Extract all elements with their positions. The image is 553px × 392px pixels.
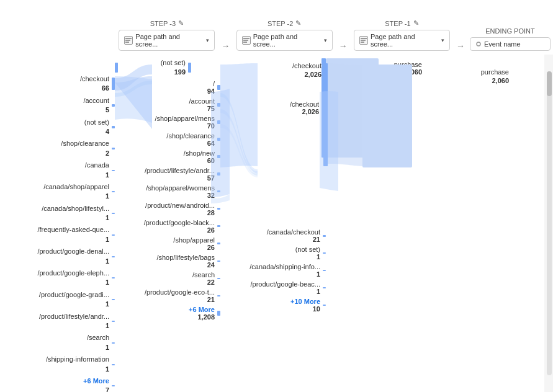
col-step2: (not set) 199 / 94 /account 75	[115, 55, 220, 392]
more-link-1[interactable]: +10 More	[290, 298, 320, 305]
more-link-3[interactable]: +6 More	[83, 376, 109, 386]
svg-rect-1	[125, 40, 130, 41]
node-3-canada-lifestyle: /canada/shop/lifestyl... 1	[0, 203, 115, 225]
node-2-eco: /product/google-eco-t... 21	[115, 287, 220, 305]
scrollbar-thumb[interactable]	[547, 71, 552, 96]
node-3-canada: /canada 1	[0, 159, 115, 181]
node-1-checkout: /checkout 2,026	[220, 57, 326, 159]
step-3-block: STEP -3 ✎ Page path and scree... ▾	[115, 19, 219, 51]
pencil-icon-3[interactable]: ✎	[178, 19, 184, 27]
step-2-dd-text: Page path and scree...	[253, 33, 321, 48]
node-2-new: /shop/new 60	[115, 148, 220, 166]
ending-dd-icon	[475, 40, 482, 48]
scrollbar-track	[547, 71, 552, 375]
node-3-notset: (not set) 4	[0, 117, 115, 138]
node-3-gradi: /product/google-gradi... 1	[0, 289, 115, 311]
step-3-label: STEP -3 ✎	[150, 19, 184, 27]
node-3-checkout: /checkout 66	[0, 73, 115, 95]
step-2-dropdown[interactable]: Page path and scree... ▾	[236, 30, 333, 51]
step-1-block: STEP -1 ✎ Page path and scree... ▾	[350, 19, 454, 51]
step-2-dd-icon	[242, 36, 251, 45]
node-3-checkout-path: /checkout	[80, 74, 109, 84]
svg-rect-2	[125, 42, 129, 43]
node-3-account-path: /account	[83, 96, 109, 105]
col-step1: /checkout 2,026 /canada/checkout 21 (n	[220, 55, 326, 392]
node-3-canada-apparel: /canada/shop/apparel 1	[0, 181, 115, 203]
step-2-dd-arrow: ▾	[324, 37, 327, 43]
bar-2-notset-left	[115, 63, 118, 73]
svg-rect-8	[361, 42, 364, 43]
node-1-notset: (not set) 1	[220, 244, 326, 262]
node-3-clearance: /shop/clearance 2	[0, 138, 115, 159]
col-step3: /checkout 66 /account 5 (not set) 4	[0, 55, 115, 392]
step-1-dd-icon	[359, 36, 368, 45]
bar-2-notset-right	[188, 63, 191, 73]
svg-point-9	[477, 42, 480, 46]
node-3-denal: /product/google-denal... 1	[0, 246, 115, 267]
svg-rect-7	[361, 40, 366, 41]
step-3-dropdown[interactable]: Page path and scree... ▾	[119, 30, 215, 51]
node-1-google-beac: /product/google-beac... 1	[220, 279, 326, 296]
node-3-checkout-count: 66	[80, 84, 109, 93]
node-2-apparel-mens: /shop/apparel/mens 70	[115, 114, 220, 131]
ending-block: ENDING POINT Event name	[467, 27, 553, 51]
arrow-3: →	[454, 30, 467, 51]
col-ending: purchase 2,060	[326, 55, 428, 392]
ending-label: ENDING POINT	[485, 27, 534, 35]
node-2-more[interactable]: +6 More 1,208	[115, 305, 220, 322]
page-container: STEP -3 ✎ Page path and scree... ▾ → STE…	[0, 0, 553, 392]
node-3-notset-path: (not set)	[84, 118, 109, 127]
step-1-dd-text: Page path and scree...	[371, 33, 439, 48]
svg-rect-4	[243, 40, 248, 41]
step-3-dd-text: Page path and scree...	[135, 33, 204, 48]
svg-rect-3	[243, 38, 250, 39]
pencil-icon-2[interactable]: ✎	[295, 19, 301, 27]
arrow-2: →	[336, 30, 350, 51]
ending-dd-text: Event name	[484, 40, 521, 48]
node-3-faq: /frequently-asked-que... 1	[0, 224, 115, 246]
node-end-purchase: purchase 2,060	[326, 57, 428, 159]
node-2-bags: /shop/lifestyle/bags 24	[115, 252, 220, 270]
node-2-new-android: /product/new/android... 28	[115, 200, 220, 218]
pencil-icon-1[interactable]: ✎	[413, 19, 419, 27]
node-2-apparel: /shop/apparel 26	[115, 235, 220, 252]
scrollbar[interactable]	[544, 55, 553, 392]
arrow-1: →	[219, 30, 233, 51]
node-2-womens: /shop/apparel/womens 32	[115, 183, 220, 200]
svg-rect-5	[243, 42, 247, 43]
step-1-dropdown[interactable]: Page path and scree... ▾	[354, 30, 450, 51]
svg-rect-0	[125, 38, 132, 39]
node-1-more[interactable]: +10 More 10	[220, 296, 326, 314]
step-1-label: STEP -1 ✎	[385, 19, 418, 27]
svg-rect-6	[361, 38, 367, 39]
node-2-account: /account 75	[115, 96, 220, 114]
node-2-clearance: /shop/clearance 64	[115, 131, 220, 148]
step-2-block: STEP -2 ✎ Page path and scree... ▾	[232, 19, 336, 51]
flow-svg-2-1	[211, 73, 230, 392]
node-3-search: /search 1	[0, 332, 115, 354]
flow-svg-1-end	[320, 73, 338, 392]
step-2-label: STEP -2 ✎	[268, 19, 301, 27]
steps-header: STEP -3 ✎ Page path and scree... ▾ → STE…	[0, 0, 553, 55]
node-3-notset-count: 4	[84, 127, 109, 136]
node-3-eleph: /product/google-eleph... 1	[0, 267, 115, 289]
node-2-notset: (not set) 199	[115, 57, 220, 79]
node-3-more[interactable]: +6 More 7	[0, 375, 115, 392]
step-3-dd-arrow: ▾	[206, 37, 209, 43]
step-3-dd-icon	[124, 36, 133, 45]
node-2-slash: / 94	[115, 79, 220, 96]
node-1-canada-checkout: /canada/checkout 21	[220, 227, 326, 244]
ending-dropdown[interactable]: Event name	[470, 37, 551, 51]
spacer-1	[220, 159, 326, 227]
node-3-account-count: 5	[83, 105, 109, 115]
node-3-lifestyle-andr: /product/lifestyle/andr... 1	[0, 311, 115, 332]
node-3-account: /account 5	[0, 95, 115, 117]
node-2-black: /product/google-black... 26	[115, 218, 220, 235]
node-2-search: /search 22	[115, 270, 220, 287]
node-2-lifestyle-andr: /product/lifestyle/andr... 57	[115, 166, 220, 183]
step-1-dd-arrow: ▾	[441, 37, 444, 43]
node-1-canada-shipping: /canada/shipping-info... 1	[220, 262, 326, 279]
node-3-shipping: /shipping-information 1	[0, 354, 115, 375]
